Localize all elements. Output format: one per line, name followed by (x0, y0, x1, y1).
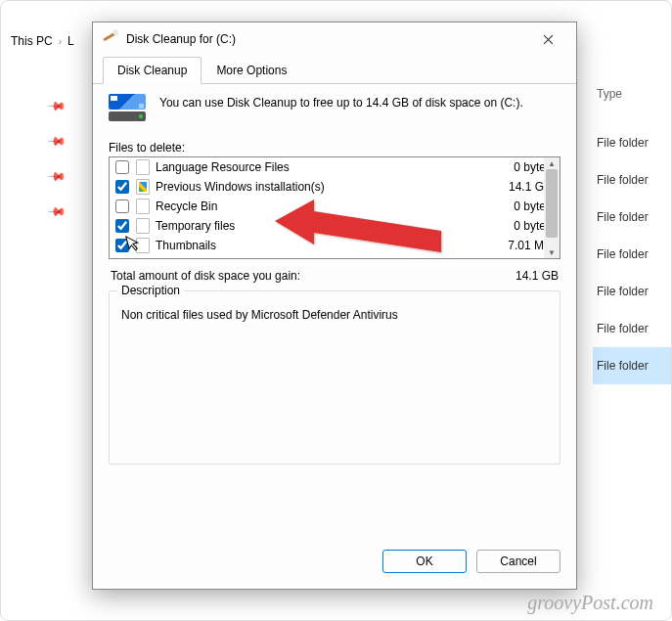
list-item[interactable]: Language Resource Files0 bytes (110, 157, 560, 177)
pin-icon: 📌 (47, 166, 67, 187)
file-checkbox[interactable] (115, 200, 129, 213)
tab-disk-cleanup[interactable]: Disk Cleanup (103, 57, 202, 84)
file-checkbox[interactable] (115, 160, 129, 174)
windows-icon (136, 179, 150, 195)
pin-icon: 📌 (47, 201, 67, 222)
total-label: Total amount of disk space you gain: (111, 269, 300, 283)
description-text: Non critical files used by Microsoft Def… (121, 307, 548, 324)
type-cell[interactable]: File folder (593, 273, 671, 310)
type-cell[interactable]: File folder (593, 161, 671, 199)
scroll-up-icon[interactable]: ▲ (544, 157, 560, 169)
intro-text: You can use Disk Cleanup to free up to 1… (159, 94, 523, 127)
breadcrumb-root[interactable]: This PC (11, 34, 53, 48)
type-cell[interactable]: File folder (593, 347, 671, 384)
ok-button[interactable]: OK (382, 550, 467, 573)
file-checkbox[interactable] (115, 239, 129, 252)
disk-cleanup-dialog: Disk Cleanup for (C:) Disk Cleanup More … (92, 22, 577, 590)
file-icon (136, 218, 150, 234)
watermark: groovyPost.com (527, 592, 653, 614)
window-title: Disk Cleanup for (C:) (126, 32, 525, 46)
column-header-type[interactable]: Type (593, 87, 671, 101)
file-label: Thumbnails (156, 239, 481, 252)
list-item[interactable]: Recycle Bin0 bytes (110, 197, 560, 216)
file-icon (136, 159, 150, 175)
close-icon (543, 34, 554, 45)
pinned-items: 📌 📌 📌 📌 (50, 99, 65, 218)
chevron-right-icon: › (59, 36, 62, 47)
close-button[interactable] (525, 24, 570, 54)
titlebar[interactable]: Disk Cleanup for (C:) (93, 22, 576, 56)
tab-more-options[interactable]: More Options (202, 57, 301, 84)
scrollbar-thumb[interactable] (546, 169, 558, 238)
file-list-container: Language Resource Files0 bytesPrevious W… (109, 156, 560, 259)
file-checkbox[interactable] (115, 180, 129, 194)
type-cell[interactable]: File folder (593, 310, 671, 347)
type-cell[interactable]: File folder (593, 199, 671, 236)
type-cell[interactable]: File folder (593, 236, 671, 273)
breadcrumb-next[interactable]: L (67, 34, 74, 48)
cancel-button[interactable]: Cancel (476, 550, 560, 573)
file-checkbox[interactable] (115, 219, 129, 233)
file-label: Temporary files (156, 219, 481, 233)
total-value: 14.1 GB (515, 269, 559, 283)
scrollbar[interactable]: ▲ ▼ (544, 157, 560, 258)
file-list[interactable]: Language Resource Files0 bytesPrevious W… (110, 157, 560, 258)
pin-icon: 📌 (47, 131, 67, 152)
list-item[interactable]: Previous Windows installation(s)14.1 GB (110, 177, 560, 197)
files-to-delete-label: Files to delete: (109, 141, 560, 155)
tab-bar: Disk Cleanup More Options (93, 56, 576, 84)
scroll-down-icon[interactable]: ▼ (544, 246, 560, 258)
file-label: Language Resource Files (156, 160, 481, 174)
file-label: Previous Windows installation(s) (156, 180, 481, 194)
file-label: Recycle Bin (156, 200, 481, 213)
breadcrumb[interactable]: This PC › L (11, 34, 74, 48)
description-group: Description Non critical files used by M… (109, 290, 560, 465)
file-icon (136, 199, 150, 214)
disk-cleanup-icon (103, 31, 118, 47)
list-item[interactable]: Thumbnails7.01 MB (110, 236, 560, 255)
file-icon (136, 238, 150, 253)
drive-icon (109, 94, 148, 127)
type-cell[interactable]: File folder (593, 124, 671, 161)
list-item[interactable]: Temporary files0 bytes (110, 216, 560, 236)
pin-icon: 📌 (47, 96, 67, 116)
description-header: Description (117, 284, 184, 297)
